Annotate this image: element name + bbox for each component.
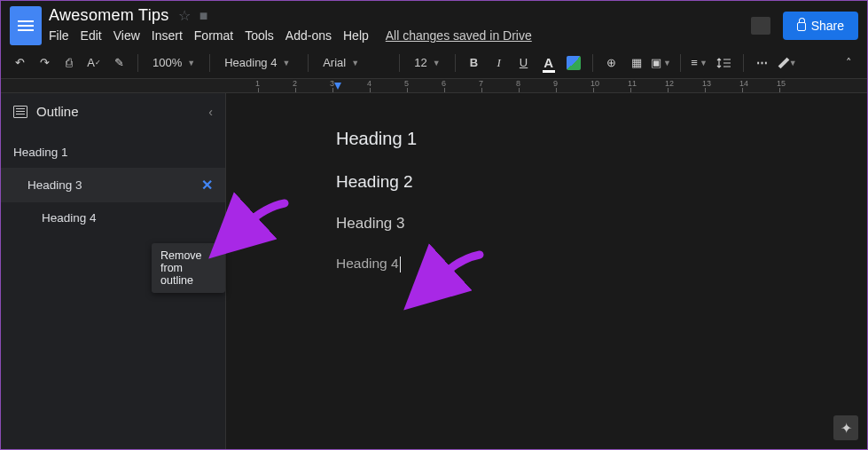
ruler-tick-label: 9: [553, 79, 558, 88]
ruler-tick-label: 5: [404, 79, 409, 88]
bold-button[interactable]: B: [465, 53, 484, 73]
comments-icon[interactable]: [751, 17, 770, 35]
text-color-button[interactable]: A: [539, 53, 559, 73]
star-icon[interactable]: ☆: [178, 7, 191, 24]
insert-link-button[interactable]: ⊕: [602, 53, 622, 73]
separator: [680, 54, 681, 72]
title-bar: Awesomem Tips ☆ ■ File Edit View Insert …: [1, 1, 867, 47]
ruler-tick-label: 7: [479, 79, 483, 88]
editing-mode-button[interactable]: ▼: [778, 53, 797, 73]
menu-tools[interactable]: Tools: [245, 28, 274, 43]
collapse-outline-button[interactable]: ‹: [208, 105, 213, 119]
undo-button[interactable]: ↶: [10, 53, 29, 73]
ruler-tick-label: 2: [293, 79, 297, 88]
heading-1[interactable]: Heading 1: [336, 129, 779, 149]
docs-logo-icon[interactable]: [10, 6, 42, 45]
outline-icon: [13, 106, 27, 118]
lock-icon: [797, 22, 806, 31]
font-size-value: 12: [414, 56, 426, 69]
chevron-down-icon: ▼: [351, 59, 359, 67]
outline-item-label: Heading 4: [42, 211, 97, 225]
text-cursor: [400, 257, 401, 272]
separator: [743, 54, 744, 72]
chevron-down-icon: ▼: [282, 59, 290, 67]
title-row: Awesomem Tips ☆ ■: [49, 6, 751, 25]
separator: [209, 54, 210, 72]
ruler-tick-label: 4: [367, 79, 371, 88]
ruler-tick-label: 10: [590, 79, 599, 88]
save-status[interactable]: All changes saved in Drive: [386, 28, 532, 43]
font-value: Arial: [323, 56, 346, 69]
separator: [308, 54, 309, 72]
ruler-tick-label: 14: [739, 79, 748, 88]
ruler-tick-label: 1: [255, 79, 260, 88]
annotation-arrow-icon: [428, 249, 483, 288]
chevron-down-icon: ▼: [433, 59, 441, 67]
menu-file[interactable]: File: [49, 28, 69, 43]
zoom-value: 100%: [152, 56, 182, 69]
outline-item[interactable]: Heading 4: [1, 202, 225, 233]
highlight-button[interactable]: [564, 53, 583, 73]
ruler-ticks: 1 2 3 4 5 6 7 8 9 10 11 12 13 14 15: [258, 79, 867, 92]
print-button[interactable]: ⎙: [59, 53, 79, 73]
ruler-tick-label: 11: [628, 79, 637, 88]
titlebar-right: Share: [751, 12, 858, 40]
chevron-down-icon: ▼: [187, 59, 195, 67]
ruler-tick-label: 15: [777, 79, 786, 88]
style-value: Heading 4: [224, 56, 277, 69]
toolbar: ↶ ↷ ⎙ A✓ ✎ 100%▼ Heading 4▼ Arial▼ 12▼ B…: [1, 47, 867, 79]
line-spacing-button[interactable]: [715, 53, 734, 73]
ruler-tick-label: 12: [665, 79, 674, 88]
document-area[interactable]: Heading 1 Heading 2 Heading 3 Heading 4: [226, 93, 867, 449]
outline-item[interactable]: Heading 3 ✕: [1, 168, 225, 202]
style-dropdown[interactable]: Heading 4▼: [219, 54, 299, 71]
document-title[interactable]: Awesomem Tips: [49, 6, 169, 25]
outline-item-label: Heading 3: [27, 178, 82, 192]
menu-format[interactable]: Format: [194, 28, 233, 43]
redo-button[interactable]: ↷: [35, 53, 54, 73]
menu-view[interactable]: View: [113, 28, 140, 43]
heading-4[interactable]: Heading 4: [336, 256, 779, 272]
separator: [455, 54, 456, 72]
insert-image-button[interactable]: ▣▼: [652, 53, 671, 73]
share-label: Share: [811, 19, 844, 33]
align-button[interactable]: ≡▼: [690, 53, 709, 73]
separator: [137, 54, 138, 72]
remove-from-outline-button[interactable]: ✕: [201, 177, 213, 193]
menu-edit[interactable]: Edit: [81, 28, 102, 43]
share-button[interactable]: Share: [783, 12, 858, 40]
annotation-arrow-icon: [233, 198, 288, 237]
font-size-dropdown[interactable]: 12▼: [409, 54, 445, 71]
ruler[interactable]: 1 2 3 4 5 6 7 8 9 10 11 12 13 14 15: [1, 79, 867, 93]
underline-button[interactable]: U: [514, 53, 534, 73]
tooltip: Remove from outline: [152, 243, 225, 293]
more-button[interactable]: ⋯: [753, 53, 772, 73]
separator: [399, 54, 400, 72]
document-page[interactable]: Heading 1 Heading 2 Heading 3 Heading 4: [336, 129, 779, 296]
zoom-dropdown[interactable]: 100%▼: [147, 54, 200, 71]
font-dropdown[interactable]: Arial▼: [317, 54, 390, 71]
outline-item-label: Heading 1: [13, 146, 68, 159]
ruler-tick-label: 8: [516, 79, 520, 88]
ruler-tick-label: 6: [442, 79, 446, 88]
folder-icon[interactable]: ■: [199, 8, 208, 24]
heading-4-text: Heading 4: [336, 256, 399, 271]
outline-item[interactable]: Heading 1: [1, 137, 225, 168]
outline-header: Outline ‹: [1, 93, 225, 130]
menu-insert[interactable]: Insert: [152, 28, 183, 43]
heading-2[interactable]: Heading 2: [336, 172, 779, 192]
insert-comment-button[interactable]: ▦: [627, 53, 646, 73]
tooltip-label: Remove from outline: [160, 249, 202, 287]
spellcheck-button[interactable]: A✓: [84, 53, 104, 73]
heading-3[interactable]: Heading 3: [336, 215, 779, 233]
ruler-tick-label: 13: [702, 79, 711, 88]
paint-format-button[interactable]: ✎: [109, 53, 129, 73]
expand-up-button[interactable]: ˄: [839, 53, 858, 73]
menu-addons[interactable]: Add-ons: [285, 28, 332, 43]
explore-button[interactable]: ✦: [833, 415, 858, 440]
menu-help[interactable]: Help: [343, 28, 369, 43]
outline-list: Heading 1 Heading 3 ✕ Heading 4: [1, 130, 225, 233]
outline-title: Outline: [36, 104, 79, 119]
italic-button[interactable]: I: [489, 53, 509, 73]
outline-panel: Outline ‹ Heading 1 Heading 3 ✕ Heading …: [1, 93, 226, 449]
